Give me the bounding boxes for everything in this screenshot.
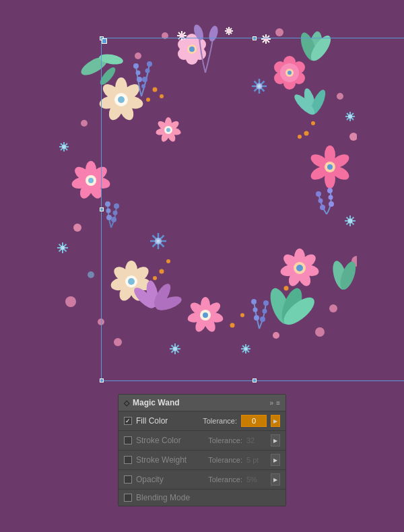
svg-point-136: [316, 191, 321, 197]
opacity-arrow[interactable]: ▶: [271, 473, 280, 486]
svg-point-205: [88, 271, 94, 278]
svg-point-152: [160, 269, 164, 274]
fill-tolerance-label: Tolerance:: [203, 417, 237, 425]
svg-point-157: [73, 224, 81, 232]
svg-point-165: [162, 32, 168, 39]
svg-point-61: [88, 178, 94, 183]
svg-point-161: [98, 319, 104, 325]
panel-header: ◇ Magic Wand » ≡: [119, 395, 285, 411]
handle-bottom-mid[interactable]: [252, 378, 257, 383]
svg-point-163: [135, 53, 141, 59]
svg-point-129: [147, 61, 152, 67]
svg-point-43: [203, 312, 208, 318]
svg-point-168: [81, 120, 88, 127]
svg-point-75: [180, 34, 184, 38]
svg-point-140: [253, 308, 258, 312]
panel-title: Magic Wand: [133, 398, 180, 407]
svg-point-105: [244, 347, 248, 351]
svg-point-127: [136, 71, 141, 75]
svg-point-139: [251, 299, 257, 304]
blending-mode-label: Blending Mode: [136, 493, 280, 502]
stroke-color-tolerance-label: Tolerance:: [208, 436, 242, 444]
svg-point-133: [327, 188, 333, 193]
stroke-color-label: Stroke Color: [136, 436, 204, 445]
svg-point-186: [166, 128, 170, 132]
svg-point-148: [304, 131, 309, 136]
svg-point-151: [284, 286, 289, 291]
svg-point-17: [288, 71, 292, 75]
svg-point-159: [349, 133, 357, 141]
svg-point-162: [315, 327, 325, 337]
expand-icon[interactable]: »: [270, 399, 274, 407]
stroke-weight-label: Stroke Weight: [136, 455, 204, 465]
svg-point-158: [65, 296, 76, 307]
svg-point-34: [296, 265, 303, 271]
svg-point-143: [263, 309, 267, 314]
stroke-color-checkbox[interactable]: [124, 436, 132, 444]
stroke-weight-arrow[interactable]: ▶: [271, 454, 280, 466]
stroke-color-arrow[interactable]: ▶: [271, 434, 280, 446]
svg-point-164: [275, 28, 283, 36]
svg-point-142: [263, 300, 269, 306]
svg-point-126: [133, 63, 139, 69]
svg-point-138: [320, 205, 325, 210]
fill-tolerance-input[interactable]: [241, 415, 267, 427]
svg-point-166: [337, 93, 343, 100]
svg-point-150: [298, 135, 302, 139]
svg-point-204: [114, 338, 122, 346]
fill-color-label: Fill Color: [136, 416, 199, 426]
svg-point-8: [189, 46, 195, 52]
magic-wand-panel: ◇ Magic Wand » ≡ Fill Color Tolerance: ▶…: [118, 394, 286, 506]
opacity-checkbox[interactable]: [124, 475, 132, 484]
svg-point-90: [348, 114, 352, 119]
fill-color-checkbox[interactable]: [124, 417, 132, 425]
svg-point-70: [118, 96, 125, 103]
svg-point-198: [258, 85, 261, 88]
svg-point-134: [329, 195, 333, 200]
svg-point-144: [260, 317, 265, 322]
stroke-weight-checkbox[interactable]: [124, 456, 132, 464]
svg-point-156: [240, 313, 244, 317]
blending-mode-checkbox[interactable]: [124, 494, 132, 502]
svg-point-154: [153, 276, 157, 280]
svg-point-173: [106, 209, 111, 213]
svg-point-110: [62, 145, 66, 149]
svg-point-192: [157, 240, 160, 243]
svg-point-172: [105, 201, 110, 207]
opacity-row: Opacity Tolerance: 5% ▶: [119, 470, 285, 490]
canvas-area: [0, 0, 404, 384]
svg-point-135: [329, 201, 334, 207]
stroke-weight-tolerance-value: 5 pt: [246, 456, 267, 464]
svg-point-203: [273, 332, 279, 339]
svg-point-131: [142, 77, 147, 82]
blending-mode-row: Blending Mode: [119, 490, 285, 506]
svg-point-95: [348, 219, 353, 224]
menu-icon[interactable]: ≡: [276, 399, 280, 407]
stroke-color-row: Stroke Color Tolerance: 32 ▶: [119, 431, 285, 451]
opacity-label: Opacity: [136, 475, 204, 484]
stroke-color-tolerance-value: 32: [246, 436, 267, 444]
svg-point-25: [327, 164, 333, 170]
svg-point-115: [61, 246, 65, 250]
svg-point-145: [153, 88, 158, 92]
svg-point-147: [146, 98, 150, 102]
svg-point-132: [141, 84, 145, 88]
opacity-tolerance-value: 5%: [246, 475, 267, 484]
fill-tolerance-arrow[interactable]: ▶: [271, 415, 280, 427]
svg-point-155: [230, 323, 235, 328]
handle-bottom-left[interactable]: [100, 378, 104, 383]
svg-point-128: [137, 77, 142, 82]
svg-point-153: [166, 259, 170, 263]
wand-icon: ◇: [124, 399, 129, 407]
svg-point-85: [264, 37, 268, 41]
svg-point-52: [128, 278, 135, 285]
svg-point-137: [318, 199, 323, 203]
svg-point-177: [111, 217, 116, 222]
panel-header-left: ◇ Magic Wand: [124, 398, 180, 407]
svg-point-174: [106, 215, 112, 220]
svg-point-202: [207, 25, 220, 42]
stroke-weight-tolerance-label: Tolerance:: [208, 456, 242, 464]
svg-point-141: [254, 315, 259, 321]
svg-point-176: [113, 211, 118, 215]
svg-point-100: [173, 347, 177, 351]
